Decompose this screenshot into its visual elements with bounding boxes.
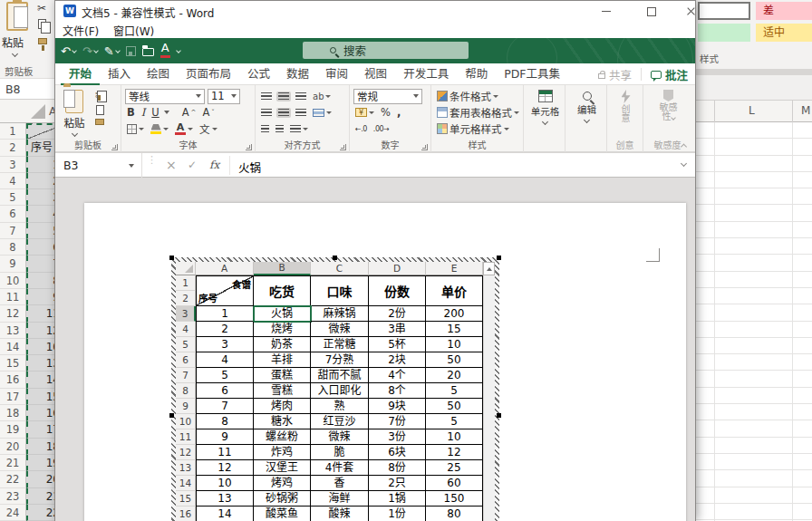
format-as-table-button[interactable]: 套用表格格式 [435, 105, 521, 120]
phonetic-guide-button[interactable]: 文 [198, 121, 219, 137]
bg-row-number[interactable]: 9 [0, 256, 26, 272]
name-box[interactable]: B3 [55, 153, 142, 178]
cell-taste[interactable]: 麻辣锅 [311, 306, 369, 322]
font-name-select[interactable]: 等线 [125, 89, 205, 104]
bg-cell[interactable] [26, 123, 54, 140]
underline-options-icon[interactable] [164, 111, 169, 114]
cell-food[interactable]: 汉堡王 [254, 460, 311, 476]
cell-taste[interactable]: 熟 [311, 399, 369, 414]
bg-row-number[interactable]: 14 [0, 339, 26, 355]
cell-seq[interactable]: 12 [196, 460, 254, 476]
cell-qty[interactable]: 2份 [369, 306, 426, 322]
format-painter-icon[interactable] [38, 38, 47, 44]
cell-price[interactable]: 60 [426, 476, 483, 491]
cell-qty[interactable]: 1锅 [369, 491, 426, 507]
ribbon-tab[interactable]: PDF工具集 [496, 63, 568, 85]
bg-cell[interactable]: 14 [26, 371, 54, 388]
row-number[interactable]: 9 [176, 399, 196, 414]
accounting-format-button[interactable]: ¥ [353, 107, 376, 118]
cell-price[interactable]: 10 [426, 429, 483, 445]
search-box[interactable]: 搜索 [303, 42, 469, 59]
bg-cell[interactable]: 1 [26, 157, 54, 173]
ribbon-tab[interactable]: 公式 [239, 63, 278, 85]
row-number[interactable]: 14 [176, 476, 196, 491]
align-right-button[interactable] [294, 108, 308, 118]
document-page[interactable]: ABCDE 1 2 食谱 序号 [84, 203, 686, 521]
corner-header-cell[interactable]: 食谱 序号 [196, 275, 254, 306]
embedded-excel-object[interactable]: ABCDE 1 2 食谱 序号 [171, 257, 499, 521]
bg-cell[interactable]: 17 [26, 421, 54, 438]
dialog-launcher-icon[interactable] [111, 144, 118, 150]
cell-seq[interactable]: 4 [196, 352, 254, 368]
merge-center-button[interactable] [311, 108, 334, 118]
cell-seq[interactable]: 13 [196, 491, 254, 507]
ribbon-tab[interactable]: 数据 [278, 63, 317, 85]
bg-cell[interactable]: 22 [26, 505, 54, 521]
bg-cell[interactable]: 7 [26, 256, 54, 272]
dialog-launcher-icon[interactable] [421, 144, 428, 150]
row-number[interactable]: 16 [176, 507, 196, 521]
bg-cell[interactable]: 19 [26, 455, 54, 471]
row-number[interactable]: 1 [176, 275, 196, 291]
bg-name-box[interactable]: B8 [0, 78, 54, 100]
open-folder-button[interactable] [142, 45, 154, 56]
font-size-select[interactable]: 11 [208, 89, 240, 104]
comma-style-button[interactable]: , [395, 105, 402, 120]
cell-taste[interactable]: 红豆沙 [311, 414, 369, 429]
align-top-button[interactable] [259, 92, 274, 101]
cell-qty[interactable]: 6块 [369, 445, 426, 460]
cell-taste[interactable]: 海鲜 [311, 491, 369, 507]
underline-button[interactable]: U [150, 105, 160, 120]
row-number[interactable]: 3 [176, 306, 196, 322]
cell-seq[interactable]: 6 [196, 383, 254, 399]
cell-seq[interactable]: 10 [196, 476, 254, 491]
resize-handle[interactable] [169, 256, 174, 260]
cell-qty[interactable]: 5杯 [369, 337, 426, 352]
font-color-button[interactable]: A [160, 43, 170, 58]
cell-qty[interactable]: 8个 [369, 383, 426, 399]
scroll-up-button[interactable] [483, 262, 495, 275]
cell-seq[interactable]: 9 [196, 429, 254, 445]
cell-food[interactable]: 羊排 [254, 352, 311, 368]
cell-price[interactable]: 200 [426, 306, 483, 322]
cell-seq[interactable]: 2 [196, 322, 254, 337]
bg-column-l-header[interactable]: L [749, 104, 755, 117]
maximize-button[interactable] [635, 1, 668, 21]
bg-row-number[interactable]: 15 [0, 355, 26, 371]
bg-cell[interactable]: 11 [26, 305, 54, 322]
bg-paste-button[interactable]: 粘贴 [2, 34, 24, 50]
percent-style-button[interactable]: % [379, 105, 392, 120]
bg-row-number[interactable]: 12 [0, 305, 26, 322]
close-button[interactable] [675, 1, 708, 21]
cell-taste[interactable]: 香 [311, 476, 369, 491]
borders-button[interactable] [125, 123, 146, 135]
bg-row-number[interactable]: 20 [0, 439, 26, 455]
ribbon-tab[interactable]: 开发工具 [395, 63, 457, 85]
editing-button[interactable]: 编辑 [569, 88, 604, 122]
cell-food[interactable]: 砂锅粥 [254, 491, 311, 507]
insert-function-icon[interactable]: fx [209, 159, 219, 171]
dialog-launcher-icon[interactable] [246, 144, 252, 150]
align-middle-button[interactable] [276, 92, 291, 101]
cell-seq[interactable]: 1 [196, 306, 254, 322]
cell-seq[interactable]: 8 [196, 414, 254, 429]
cell-price[interactable]: 50 [426, 399, 483, 414]
number-format-select[interactable]: 常规 [353, 89, 422, 104]
orientation-button[interactable]: ab [311, 91, 333, 102]
align-center-button[interactable] [276, 108, 291, 118]
ribbon-tab[interactable]: 插入 [100, 63, 139, 85]
bg-row-number[interactable]: 22 [0, 471, 26, 487]
bg-cell[interactable]: 4 [26, 206, 54, 222]
bg-row-number[interactable]: 3 [0, 157, 26, 173]
cell-price[interactable]: 25 [426, 460, 483, 476]
bg-cell[interactable]: 5 [26, 223, 54, 239]
cell-price[interactable]: 50 [426, 352, 483, 368]
cell-price[interactable]: 15 [426, 322, 483, 337]
scrollbar-track[interactable] [483, 275, 495, 521]
align-bottom-button[interactable] [294, 92, 308, 101]
bg-cell[interactable]: 13 [26, 355, 54, 371]
ink-pen-button[interactable]: ✎ [104, 44, 120, 58]
bg-row-number[interactable]: 18 [0, 405, 26, 421]
row-number[interactable]: 4 [176, 322, 196, 337]
row-number[interactable]: 15 [176, 491, 196, 507]
